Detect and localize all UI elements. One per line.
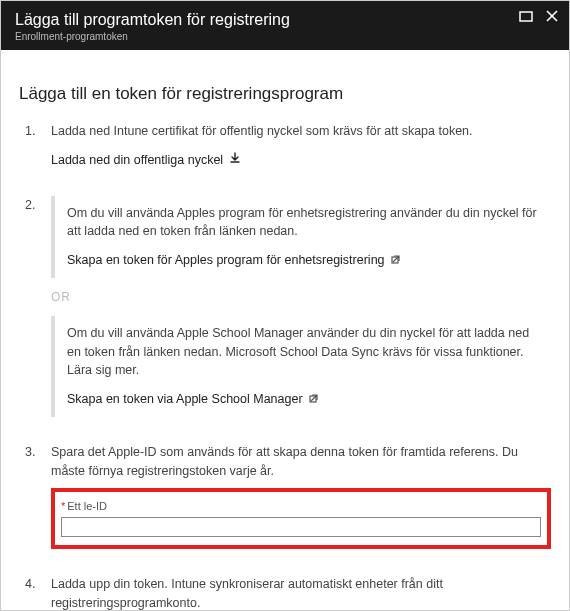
blade-panel: Lägga till programtoken för registrering… <box>0 0 570 611</box>
step-2b-body: Om du vill använda Apple School Manager … <box>67 324 543 380</box>
external-link-icon <box>309 390 320 408</box>
step-2-block-dep: Om du vill använda Apples program för en… <box>51 196 551 278</box>
blade-title: Lägga till programtoken för registrering <box>15 11 555 29</box>
step-4-text: Ladda upp din token. Intune synkronisera… <box>51 577 443 610</box>
step-1: Ladda ned Intune certifikat för offentli… <box>19 122 551 170</box>
blade-header: Lägga till programtoken för registrering… <box>1 1 569 50</box>
svg-rect-0 <box>520 12 532 21</box>
create-dep-token-link[interactable]: Skapa en token för Apples program för en… <box>67 251 385 270</box>
step-1-text: Ladda ned Intune certifikat för offentli… <box>51 122 551 141</box>
blade-content: Lägga till en token för registreringspro… <box>1 50 569 610</box>
download-icon <box>229 151 241 169</box>
section-title: Lägga till en token för registreringspro… <box>19 84 551 104</box>
apple-id-highlight: *Ett le-ID <box>51 488 551 549</box>
maximize-icon[interactable] <box>519 9 533 26</box>
close-icon[interactable] <box>545 9 559 26</box>
create-asm-token-link[interactable]: Skapa en token via Apple School Manager <box>67 390 303 409</box>
step-2: Om du vill använda Apples program för en… <box>19 196 551 417</box>
step-3-text: Spara det Apple-ID som används för att s… <box>51 443 551 481</box>
step-4: Ladda upp din token. Intune synkronisera… <box>19 575 551 610</box>
external-link-icon <box>391 251 402 269</box>
step-2-block-asm: Om du vill använda Apple School Manager … <box>51 316 551 417</box>
download-public-key-link[interactable]: Ladda ned din offentliga nyckel <box>51 151 223 170</box>
blade-subtitle: Enrollment-programtoken <box>15 31 555 42</box>
apple-id-label: *Ett le-ID <box>61 498 541 515</box>
or-separator: OR <box>51 288 551 306</box>
apple-id-input[interactable] <box>61 517 541 537</box>
step-2a-body: Om du vill använda Apples program för en… <box>67 204 543 242</box>
step-3: Spara det Apple-ID som används för att s… <box>19 443 551 549</box>
